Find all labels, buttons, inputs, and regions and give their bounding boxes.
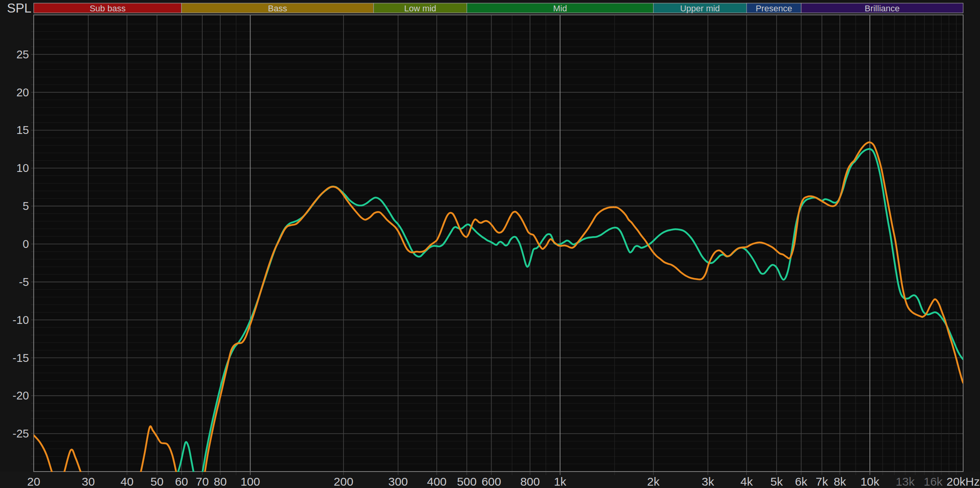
band-brilliance-label: Brilliance xyxy=(865,4,900,13)
band-bass-label: Bass xyxy=(268,4,287,13)
y-axis-title: SPL xyxy=(7,1,31,15)
band-mid-label: Mid xyxy=(553,4,567,13)
band-upper-mid-label: Upper mid xyxy=(680,4,720,13)
x-tick-label: 600 xyxy=(481,475,501,488)
x-tick-label: 30 xyxy=(82,475,94,488)
x-tick-label: 400 xyxy=(427,475,446,488)
band-presence-label: Presence xyxy=(756,4,792,13)
y-tick-label: -15 xyxy=(13,352,29,364)
frequency-response-chart: Sub bassBassLow midMidUpper midPresenceB… xyxy=(0,0,980,488)
x-tick-label: 7k xyxy=(816,475,829,488)
y-tick-label: 0 xyxy=(23,238,29,250)
y-tick-label: 10 xyxy=(16,162,29,174)
x-tick-label: 200 xyxy=(334,475,353,488)
y-tick-label: 5 xyxy=(23,200,29,212)
x-tick-label: 4k xyxy=(740,475,753,488)
x-tick-label: 5k xyxy=(770,475,783,488)
y-tick-label: 20 xyxy=(16,86,29,99)
x-tick-label: 20kHz xyxy=(946,475,980,488)
x-tick-label: 10k xyxy=(860,475,880,488)
band-sub-bass-label: Sub bass xyxy=(90,4,126,13)
x-tick-label: 1k xyxy=(554,475,567,488)
x-tick-label: 3k xyxy=(702,475,715,488)
spl-frequency-response-screen: Sub bassBassLow midMidUpper midPresenceB… xyxy=(0,0,980,488)
y-tick-label: -25 xyxy=(13,427,29,440)
x-tick-label: 800 xyxy=(520,475,540,488)
y-tick-label: 25 xyxy=(16,48,29,61)
y-tick-label: -10 xyxy=(13,314,29,326)
x-tick-label: 20 xyxy=(27,475,40,488)
x-tick-label: 40 xyxy=(120,475,133,488)
x-tick-label: 70 xyxy=(196,475,209,488)
x-tick-label: 13k xyxy=(896,475,915,488)
x-tick-label: 500 xyxy=(457,475,477,488)
x-tick-label: 8k xyxy=(834,475,847,488)
y-tick-label: -20 xyxy=(13,389,29,402)
y-tick-label: -5 xyxy=(19,276,29,288)
x-tick-label: 16k xyxy=(924,475,943,488)
x-tick-label: 100 xyxy=(240,475,260,488)
x-tick-label: 6k xyxy=(795,475,808,488)
band-low-mid-label: Low mid xyxy=(404,4,436,13)
x-tick-label: 50 xyxy=(151,475,163,488)
x-tick-label: 80 xyxy=(214,475,227,488)
x-tick-label: 2k xyxy=(647,475,660,488)
x-tick-label: 300 xyxy=(388,475,408,488)
x-tick-label: 60 xyxy=(175,475,188,488)
y-tick-label: 15 xyxy=(16,124,29,136)
